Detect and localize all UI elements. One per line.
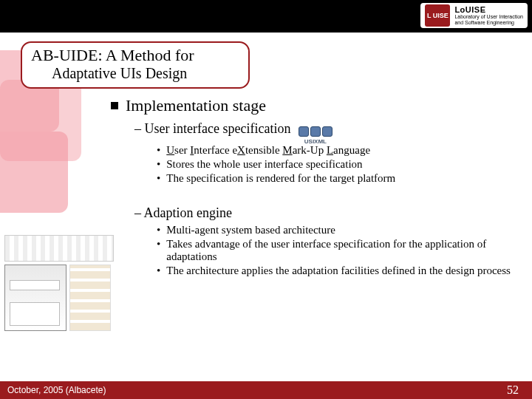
bullet-item: The specification is rendered for the ta… [157, 172, 517, 185]
slide-footer: October, 2005 (Albacete) 52 [0, 381, 532, 399]
slide-content: Implementation stage – User interface sp… [111, 96, 517, 282]
subsection-b-bullets: Multi-agent system based architecture Ta… [157, 224, 517, 277]
brand-badge: L UISE [425, 4, 450, 27]
subsection-a-text: – User interface specification [134, 121, 290, 136]
bullet-item: Multi-agent system based architecture [157, 224, 517, 236]
illustration [4, 235, 114, 331]
subsection-b-heading: – Adaption engine [134, 205, 517, 221]
bullet-item: Takes advantage of the user interface sp… [157, 238, 517, 263]
subsection-a-bullets: User Interface eXtensible Mark-Up Langua… [157, 144, 517, 185]
bullet-icon [111, 102, 118, 109]
slide-title: AB-UIDE: A Method for Adaptative UIs Des… [21, 41, 250, 89]
title-line-1: AB-UIDE: A Method for [31, 46, 239, 65]
illustration-window [4, 265, 66, 331]
title-line-2: Adaptative UIs Design [52, 65, 239, 82]
footer-left: October, 2005 (Albacete) [7, 385, 106, 395]
bullet-item: The architecture applies the adaptation … [157, 265, 517, 277]
bullet-item: Stores the whole user interface specific… [157, 158, 517, 171]
brand-text: LoUISE Laboratory of User Interaction an… [454, 5, 523, 25]
usixml-label: USIXML [299, 138, 332, 145]
illustration-side [69, 265, 111, 331]
illustration-diagram-top [4, 235, 114, 262]
section-heading: Implementation stage [111, 96, 517, 115]
top-bar: L UISE LoUISE Laboratory of User Interac… [0, 0, 532, 33]
subsection-a-heading: – User interface specification USIXML [134, 121, 517, 141]
section-heading-text: Implementation stage [126, 96, 266, 115]
brand-tagline-2: and Software Engineering [454, 20, 523, 26]
page-number: 52 [507, 383, 525, 397]
brand-name: LoUISE [454, 5, 523, 14]
brand-tagline-1: Laboratory of User Interaction [454, 14, 523, 20]
brand-logo: L UISE LoUISE Laboratory of User Interac… [420, 3, 528, 28]
usixml-logo: USIXML [299, 126, 332, 145]
bullet-item: User Interface eXtensible Mark-Up Langua… [157, 144, 517, 157]
